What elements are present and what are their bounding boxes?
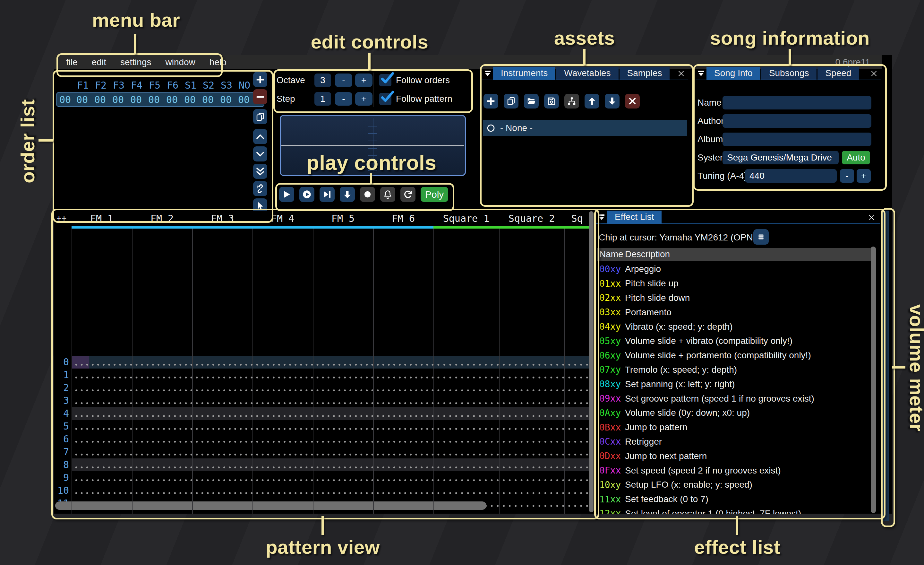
order-cell[interactable]: 00 — [163, 94, 181, 105]
deep-clone-order-button[interactable] — [253, 181, 267, 196]
order-cell[interactable]: 00 — [217, 94, 235, 105]
order-row-selected[interactable]: 00 00000000000000000000 — [57, 92, 264, 107]
add-asset-button[interactable] — [483, 94, 498, 108]
auto-system-button[interactable]: Auto — [842, 151, 870, 164]
pattern-cell[interactable] — [373, 368, 434, 382]
author-field[interactable] — [723, 114, 872, 128]
pattern-cell[interactable] — [373, 420, 434, 433]
move-asset-down-button[interactable] — [605, 94, 620, 108]
channel-header[interactable]: FM 4 — [252, 210, 313, 228]
effect-row[interactable]: 02xx Pitch slide down — [597, 291, 871, 305]
pattern-cell[interactable] — [252, 446, 313, 458]
move-order-up-button[interactable] — [253, 129, 267, 144]
pattern-cell[interactable] — [434, 382, 499, 394]
pattern-cell[interactable] — [564, 420, 590, 433]
channel-header[interactable]: FM 6 — [373, 210, 434, 228]
pattern-cell[interactable] — [373, 394, 434, 407]
pattern-cell[interactable] — [564, 446, 590, 458]
pattern-cell[interactable] — [313, 382, 373, 394]
tuning-increment-button[interactable]: + — [856, 169, 871, 183]
pattern-cell[interactable] — [252, 368, 313, 382]
pattern-cell[interactable] — [313, 407, 373, 420]
delete-asset-button[interactable] — [625, 94, 640, 108]
pattern-cell[interactable] — [313, 420, 373, 433]
song-info-tab[interactable]: Subsongs — [761, 67, 817, 80]
pattern-cell[interactable] — [373, 407, 434, 420]
pattern-cell[interactable] — [132, 446, 192, 458]
pattern-cell[interactable] — [313, 484, 373, 497]
order-cell[interactable]: 00 — [145, 94, 163, 105]
effect-row[interactable]: 11xx Set feedback (0 to 7) — [597, 492, 871, 506]
song-info-tab[interactable]: Speed — [818, 67, 859, 80]
record-button[interactable] — [360, 187, 375, 202]
pattern-cell[interactable] — [434, 356, 499, 368]
pattern-cell[interactable] — [192, 458, 252, 471]
effect-row[interactable]: 12xx Set level of operator 1 (0 highest,… — [597, 506, 871, 514]
order-cell[interactable]: 00 — [199, 94, 217, 105]
order-cell[interactable]: 00 — [109, 94, 127, 105]
pattern-row[interactable]: 4 — [54, 407, 590, 420]
pattern-cell[interactable] — [132, 368, 192, 382]
pattern-cell[interactable] — [72, 458, 132, 471]
pattern-cell[interactable] — [434, 446, 499, 458]
channel-header[interactable]: FM 2 — [132, 210, 192, 228]
effect-row[interactable]: 04xy Vibrato (x: speed; y: depth) — [597, 319, 871, 334]
pattern-cell[interactable] — [499, 407, 564, 420]
tuning-field[interactable]: 440 — [745, 169, 837, 183]
pattern-cell[interactable] — [434, 420, 499, 433]
octave-increment-button[interactable]: + — [355, 74, 372, 87]
effect-list-menu-button[interactable] — [753, 229, 769, 245]
pattern-cell[interactable] — [132, 420, 192, 433]
window-collapse-icon[interactable] — [596, 210, 607, 224]
pattern-cell[interactable] — [313, 458, 373, 471]
pattern-cell[interactable] — [373, 484, 434, 497]
pattern-cell[interactable] — [252, 484, 313, 497]
play-pattern-button[interactable] — [299, 187, 314, 202]
order-cell[interactable]: 00 — [235, 94, 253, 105]
pattern-cell[interactable] — [252, 433, 313, 446]
name-field[interactable] — [723, 96, 872, 110]
effect-list-tab[interactable]: Effect List — [607, 210, 662, 224]
effect-row[interactable]: 0Bxx Jump to pattern — [597, 420, 871, 435]
pattern-row-cells[interactable] — [72, 484, 590, 497]
pattern-row-cells[interactable] — [72, 368, 590, 382]
pattern-row-cells[interactable] — [72, 471, 590, 484]
menu-item[interactable]: settings — [113, 57, 159, 68]
pattern-cell[interactable] — [499, 382, 564, 394]
effect-row[interactable]: 03xx Portamento — [597, 305, 871, 319]
octave-value[interactable]: 3 — [314, 74, 331, 87]
pattern-cell[interactable] — [564, 484, 590, 497]
pattern-row-cells[interactable] — [72, 356, 590, 368]
channel-header[interactable]: Square 1 — [434, 210, 499, 228]
pattern-cell[interactable] — [564, 356, 590, 368]
pattern-cell[interactable] — [434, 394, 499, 407]
pattern-cell[interactable] — [252, 458, 313, 471]
step-row-button[interactable] — [340, 187, 355, 202]
pattern-cell[interactable] — [564, 382, 590, 394]
pattern-cell[interactable] — [192, 368, 252, 382]
pattern-cell[interactable] — [313, 433, 373, 446]
window-collapse-icon[interactable] — [696, 67, 706, 80]
pattern-cell[interactable] — [72, 382, 132, 394]
repeat-pattern-button[interactable] — [400, 187, 416, 202]
pattern-cell[interactable] — [313, 356, 373, 368]
order-cell[interactable]: 00 — [73, 94, 91, 105]
assets-tab[interactable]: Wavetables — [556, 67, 618, 80]
pattern-cell[interactable] — [252, 382, 313, 394]
assets-tab[interactable]: Instruments — [493, 67, 555, 80]
close-assets-button[interactable] — [675, 68, 687, 79]
pattern-options-corner[interactable]: ++ — [57, 213, 66, 223]
move-order-down-button[interactable] — [253, 146, 267, 161]
order-cell[interactable]: 00 — [91, 94, 109, 105]
duplicate-asset-button[interactable] — [504, 94, 519, 108]
menu-item[interactable]: file — [59, 57, 85, 68]
step-value[interactable]: 1 — [314, 92, 331, 106]
pattern-cell[interactable] — [313, 394, 373, 407]
system-value[interactable]: Sega Genesis/Mega Drive — [723, 151, 838, 164]
menu-item[interactable]: edit — [85, 57, 113, 68]
menu-item[interactable]: help — [202, 57, 234, 68]
pattern-cell[interactable] — [499, 471, 564, 484]
pattern-cell[interactable] — [499, 394, 564, 407]
pattern-cell[interactable] — [72, 356, 132, 368]
pattern-cell[interactable] — [72, 433, 132, 446]
